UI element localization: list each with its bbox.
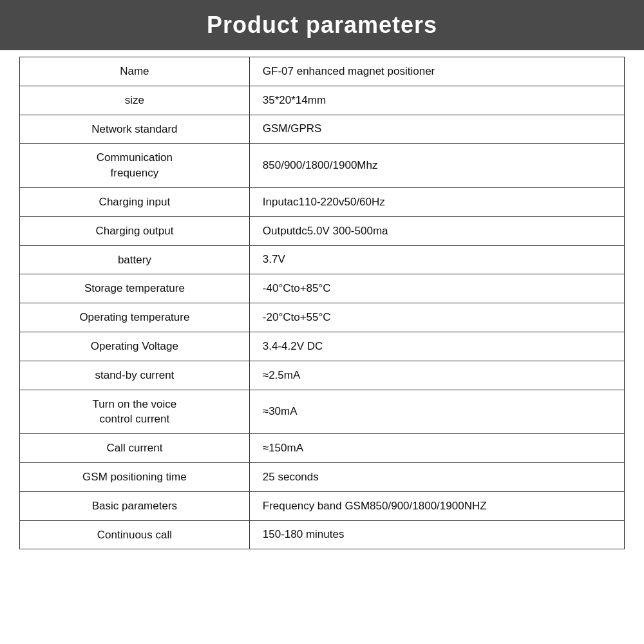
param-value: 3.4-4.2V DC <box>249 332 624 361</box>
param-value: 35*20*14mm <box>249 86 624 115</box>
param-label: Call current <box>20 434 250 463</box>
page-title: Product parameters <box>207 12 437 38</box>
table-row: stand-by current≈2.5mA <box>20 361 625 390</box>
param-value: 25 seconds <box>249 462 624 491</box>
param-label: Storage temperature <box>20 274 250 303</box>
param-value: GSM/GPRS <box>249 115 624 144</box>
param-value: ≈150mA <box>249 434 624 463</box>
table-row: Basic parametersFrequency band GSM850/90… <box>20 491 625 520</box>
param-value: 3.7V <box>249 245 624 274</box>
param-label: battery <box>20 245 250 274</box>
param-value: 150-180 minutes <box>249 520 624 549</box>
table-row: Communication frequency850/900/1800/1900… <box>20 144 625 188</box>
table-row: Charging outputOutputdc5.0V 300-500ma <box>20 216 625 245</box>
param-label: GSM positioning time <box>20 462 250 491</box>
table-row: Operating Voltage3.4-4.2V DC <box>20 332 625 361</box>
table-row: Continuous call150-180 minutes <box>20 520 625 549</box>
table-row: Turn on the voice control current≈30mA <box>20 390 625 434</box>
table-row: battery3.7V <box>20 245 625 274</box>
param-value: ≈2.5mA <box>249 361 624 390</box>
param-value: GF-07 enhanced magnet positioner <box>249 57 624 86</box>
table-container: NameGF-07 enhanced magnet positionersize… <box>0 50 644 644</box>
param-label: Name <box>20 57 250 86</box>
param-value: 850/900/1800/1900Mhz <box>249 144 624 188</box>
param-label: size <box>20 86 250 115</box>
table-row: Call current≈150mA <box>20 434 625 463</box>
header: Product parameters <box>0 0 644 50</box>
param-label: Turn on the voice control current <box>20 390 250 434</box>
table-row: GSM positioning time25 seconds <box>20 462 625 491</box>
param-value: Outputdc5.0V 300-500ma <box>249 216 624 245</box>
param-label: Operating temperature <box>20 303 250 332</box>
param-value: Inputac110-220v50/60Hz <box>249 187 624 216</box>
table-row: Operating temperature-20°Cto+55°C <box>20 303 625 332</box>
param-label: Charging output <box>20 216 250 245</box>
table-row: Storage temperature-40°Cto+85°C <box>20 274 625 303</box>
table-row: size35*20*14mm <box>20 86 625 115</box>
param-label: Continuous call <box>20 520 250 549</box>
param-label: Network standard <box>20 115 250 144</box>
page-wrapper: Product parameters NameGF-07 enhanced ma… <box>0 0 644 644</box>
param-label: Operating Voltage <box>20 332 250 361</box>
table-row: NameGF-07 enhanced magnet positioner <box>20 57 625 86</box>
param-label: stand-by current <box>20 361 250 390</box>
param-value: ≈30mA <box>249 390 624 434</box>
params-table: NameGF-07 enhanced magnet positionersize… <box>19 57 625 549</box>
table-row: Network standardGSM/GPRS <box>20 115 625 144</box>
table-row: Charging inputInputac110-220v50/60Hz <box>20 187 625 216</box>
param-value: Frequency band GSM850/900/1800/1900NHZ <box>249 491 624 520</box>
param-label: Charging input <box>20 187 250 216</box>
param-label: Communication frequency <box>20 144 250 188</box>
param-value: -20°Cto+55°C <box>249 303 624 332</box>
param-label: Basic parameters <box>20 491 250 520</box>
param-value: -40°Cto+85°C <box>249 274 624 303</box>
